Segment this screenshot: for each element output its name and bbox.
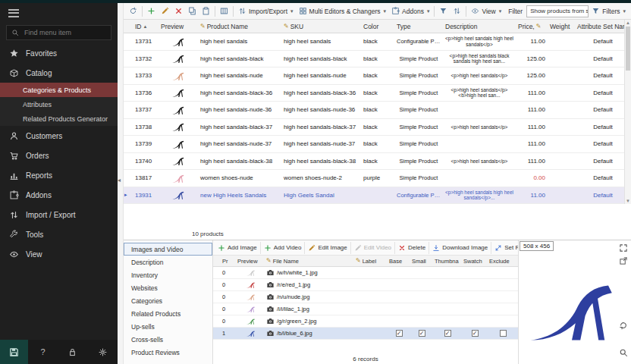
sidebar-item[interactable]: Tools — [0, 224, 118, 244]
collapse-arrow-icon[interactable]: ◂ — [118, 177, 121, 184]
bottom-tab[interactable]: Related Products — [124, 307, 212, 320]
images-toolbar-button[interactable]: Download Image — [429, 242, 491, 254]
column-header-label[interactable]: ✎Label — [354, 258, 388, 265]
column-header-swatch[interactable]: Swatch — [462, 258, 488, 265]
column-header-id[interactable]: ID▲ — [133, 23, 159, 30]
table-row[interactable]: 13738 high heel sandals-black-37 high he… — [124, 119, 631, 136]
row-expander[interactable]: ▸ — [124, 192, 133, 198]
column-header-base[interactable]: Base — [388, 258, 410, 265]
refresh-button[interactable] — [127, 5, 140, 18]
scroll-up-icon[interactable]: ▲ — [625, 20, 631, 26]
base-checkbox[interactable] — [396, 330, 403, 337]
table-row[interactable]: 13732 high heel sandals-black high heel … — [124, 51, 631, 68]
image-row[interactable]: 0 /g/r/green_2.jpg — [213, 315, 518, 328]
table-row[interactable]: 13731 high heel sandals high heel sandal… — [124, 33, 631, 51]
table-row[interactable]: 13736 high heel sandals-black-36 high he… — [124, 85, 631, 102]
settings-button[interactable] — [96, 345, 109, 359]
delete-product-button[interactable] — [172, 5, 185, 18]
bottom-tab[interactable]: Description — [124, 256, 212, 268]
column-header-preview[interactable]: Preview — [159, 23, 198, 30]
sidebar-item[interactable]: Attributes — [0, 97, 118, 111]
zoom-button[interactable] — [617, 348, 629, 359]
sidebar-item[interactable]: Orders — [0, 146, 118, 165]
bottom-tab[interactable]: Product Reviews — [124, 346, 212, 359]
column-header-product-name[interactable]: ✎Product Name — [198, 23, 281, 30]
sidebar-item[interactable]: Import / Export — [0, 205, 118, 224]
table-row[interactable]: 13739 high heel sandals-nude-37 high hee… — [124, 136, 631, 153]
sidebar-search[interactable] — [6, 25, 111, 40]
copy-button[interactable] — [186, 5, 199, 18]
swatch-checkbox[interactable] — [472, 330, 479, 337]
small-checkbox[interactable] — [419, 330, 425, 337]
column-header-color[interactable]: Color — [361, 23, 394, 30]
bottom-tab[interactable]: Images and Video — [124, 243, 212, 256]
column-header-preview[interactable]: Preview — [236, 258, 265, 265]
images-toolbar-button[interactable]: Set Resize Rule — [491, 242, 518, 254]
images-toolbar-button[interactable]: Edit Image — [304, 242, 350, 254]
sidebar-item[interactable]: Categories & Products — [0, 83, 118, 97]
column-header-exclude[interactable]: Exclude — [488, 258, 518, 265]
sidebar-item[interactable]: Catalog — [0, 63, 118, 83]
add-product-button[interactable] — [145, 5, 158, 18]
bottom-tab[interactable]: Inventory — [124, 268, 212, 281]
edit-product-button[interactable] — [159, 5, 171, 18]
column-header-description[interactable]: Description — [443, 23, 516, 30]
column-header-position[interactable]: Pr — [221, 258, 236, 265]
import-export-menu[interactable]: Import/Export ▾ — [236, 5, 296, 18]
bottom-tab[interactable]: Up-sells — [124, 320, 212, 333]
images-toolbar-button[interactable]: Add Image — [215, 242, 260, 254]
help-button[interactable]: ? — [36, 345, 50, 359]
image-row[interactable]: 0 /w/h/white_1.jpg — [213, 267, 518, 279]
addons-menu[interactable]: Addons ▾ — [389, 5, 432, 18]
column-header-price[interactable]: Price,✎ — [516, 23, 548, 30]
sidebar-item[interactable]: Customers — [0, 126, 118, 146]
paste-button[interactable] — [199, 5, 212, 18]
table-row[interactable]: 13817 women shoes-nude women shoes-nude-… — [124, 170, 631, 187]
column-header-sku[interactable]: ✎SKU — [281, 23, 361, 30]
sort-button[interactable] — [450, 5, 463, 18]
lock-button[interactable] — [66, 345, 80, 359]
save-button[interactable] — [0, 340, 28, 364]
image-row[interactable]: 0 /n/u/nude.jpg — [213, 291, 518, 303]
bottom-tab[interactable]: Cross-sells — [124, 333, 212, 346]
sidebar-item[interactable]: Related Products Generator — [0, 111, 118, 126]
grid-vertical-scrollbar[interactable]: ▲ ▼ — [624, 20, 631, 204]
sidebar-search-input[interactable] — [23, 28, 106, 37]
bottom-tab[interactable]: Categories — [124, 294, 212, 307]
sidebar-item[interactable]: Favorites — [0, 43, 118, 63]
column-header-attribute-set[interactable]: Attribute Set Name — [575, 23, 631, 30]
thumb-checkbox[interactable] — [444, 330, 451, 337]
table-row[interactable]: 13740 high heel sandals-black-38 high he… — [124, 153, 631, 171]
column-header-weight[interactable]: Weight — [548, 23, 575, 30]
sidebar-splitter[interactable]: ◂ — [118, 3, 124, 364]
sidebar-item[interactable]: View — [0, 244, 118, 264]
scrollbar-thumb[interactable] — [626, 27, 630, 71]
table-row[interactable]: ▸ 13931 new High Heels Sandals High Geel… — [124, 187, 631, 205]
exclude-checkbox[interactable] — [500, 330, 507, 337]
view-menu[interactable]: View ▾ — [469, 5, 504, 18]
scroll-down-icon[interactable]: ▼ — [625, 198, 631, 204]
image-row[interactable]: 0 /r/e/red_1.jpg — [213, 279, 518, 291]
bottom-tab[interactable]: Websites — [124, 281, 212, 294]
category-filter-select[interactable]: Show products from selected categories ▾ — [526, 5, 589, 17]
filters-button[interactable]: Filters ▾ — [589, 5, 628, 18]
image-row[interactable]: 1 /b/l/blue_6.jpg — [213, 328, 518, 340]
images-toolbar-button[interactable]: Add Video — [260, 242, 305, 254]
images-toolbar-button[interactable]: Edit Video — [350, 242, 394, 254]
image-row[interactable]: 0 /l/i/lilac_1.jpg — [213, 303, 518, 315]
multi-editors-menu[interactable]: Multi Editors & Changers ▾ — [297, 5, 389, 18]
fullscreen-button[interactable] — [617, 243, 629, 255]
menu-hamburger-icon[interactable] — [8, 7, 19, 19]
table-row[interactable]: 13733 high heel sandals-nude high heel s… — [124, 67, 631, 85]
sidebar-item[interactable]: Reports — [0, 165, 118, 185]
columns-button[interactable] — [218, 5, 231, 18]
column-header-type[interactable]: Type — [394, 23, 443, 30]
images-toolbar-button[interactable]: Delete — [394, 242, 429, 254]
column-header-file-name[interactable]: ✎File Name — [265, 258, 354, 265]
table-row[interactable]: 13737 high heel sandals-nude-36 high hee… — [124, 102, 631, 119]
rotate-button[interactable] — [617, 321, 629, 332]
column-header-small[interactable]: Small — [410, 258, 433, 265]
column-header-thumbnail[interactable]: Thumbna — [433, 258, 462, 265]
quick-filter-button[interactable] — [437, 5, 450, 18]
sidebar-item[interactable]: Addons — [0, 185, 118, 205]
